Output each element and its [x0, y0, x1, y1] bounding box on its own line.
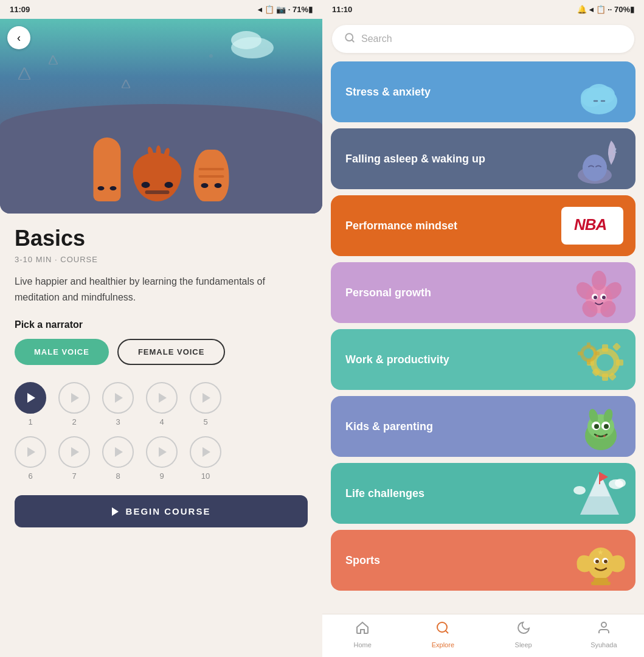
course-title: Basics — [15, 226, 308, 251]
svg-point-40 — [584, 349, 594, 358]
nav-sleep[interactable]: Sleep — [483, 620, 564, 648]
svg-rect-69 — [591, 582, 611, 585]
status-icons-right: 🔔 ◂ 📋 ·· 70%▮ — [577, 5, 634, 14]
time-left: 11:09 — [10, 5, 30, 14]
svg-rect-35 — [612, 342, 621, 351]
play-icon-6 — [27, 447, 35, 457]
svg-point-54 — [603, 435, 606, 437]
svg-point-30 — [597, 354, 614, 371]
female-voice-button[interactable]: FEMALE VOICE — [117, 339, 226, 365]
play-button-8[interactable] — [102, 436, 134, 468]
right-panel: 11:10 🔔 ◂ 📋 ·· 70%▮ Search Stress & anxi… — [322, 0, 644, 657]
play-icon-3 — [115, 393, 123, 403]
back-button[interactable]: ‹ — [7, 26, 30, 49]
svg-rect-42 — [587, 360, 590, 364]
svg-text:★: ★ — [597, 548, 604, 557]
category-personal-label: Personal growth — [345, 287, 431, 299]
nav-explore[interactable]: Explore — [403, 620, 483, 648]
svg-point-20 — [592, 271, 606, 290]
svg-rect-44 — [578, 352, 583, 355]
search-placeholder-text: Search — [361, 33, 392, 44]
play-icon-9 — [159, 447, 167, 457]
nba-logo: NBA — [561, 207, 623, 245]
lesson-num-9: 9 — [159, 471, 164, 481]
profile-icon — [597, 620, 611, 639]
male-voice-button[interactable]: MALE VOICE — [15, 339, 109, 365]
nav-explore-label: Explore — [432, 641, 454, 648]
category-kids[interactable]: Kids & parenting — [331, 396, 635, 457]
status-bar-left: 11:09 ◂ 📋 📷 · 71%▮ — [0, 0, 322, 19]
category-personal[interactable]: Personal growth — [331, 262, 635, 323]
explore-icon — [435, 620, 450, 639]
lesson-num-2: 2 — [72, 417, 76, 426]
creature2 — [133, 153, 182, 201]
bottom-nav: Home Explore Sleep — [322, 614, 644, 657]
play-icon-2 — [71, 393, 79, 403]
svg-point-66 — [604, 560, 608, 563]
shape-tri2 — [49, 55, 58, 67]
play-button-5[interactable] — [190, 382, 221, 414]
svg-point-51 — [594, 424, 599, 429]
play-button-2[interactable] — [58, 382, 90, 414]
category-life-label: Life challenges — [345, 487, 424, 500]
lesson-num-10: 10 — [201, 471, 210, 481]
life-illustration — [569, 466, 629, 524]
begin-course-button[interactable]: BEGIN COURSE — [15, 495, 308, 527]
lesson-num-4: 4 — [159, 417, 164, 426]
shape-dot1 — [209, 49, 213, 60]
time-right: 11:10 — [332, 5, 352, 14]
play-button-10[interactable] — [190, 436, 221, 468]
sports-illustration: ★ — [569, 533, 629, 591]
category-life[interactable]: Life challenges — [331, 463, 635, 524]
category-stress[interactable]: Stress & anxiety — [331, 61, 635, 122]
status-bar-right: 11:10 🔔 ◂ 📋 ·· 70%▮ — [322, 0, 644, 19]
play-icon-1 — [27, 393, 35, 403]
category-performance-label: Performance mindset — [345, 220, 457, 232]
category-performance[interactable]: Performance mindset NBA — [331, 195, 635, 256]
search-bar[interactable]: Search — [332, 25, 634, 53]
svg-text:z: z — [613, 146, 617, 155]
nav-profile[interactable]: Syuhada — [564, 620, 644, 648]
cloud-decoration2 — [231, 31, 261, 49]
lesson-num-8: 8 — [116, 471, 120, 481]
category-sports-label: Sports — [345, 554, 380, 567]
sleep-illustration: z z — [569, 131, 629, 189]
play-button-6[interactable] — [15, 436, 46, 468]
personal-illustration — [569, 265, 629, 323]
category-kids-label: Kids & parenting — [345, 420, 433, 433]
category-work-label: Work & productivity — [345, 353, 449, 366]
play-button-4[interactable] — [146, 382, 178, 414]
svg-point-52 — [604, 424, 609, 429]
lesson-item-7: 7 — [58, 436, 90, 481]
lesson-num-1: 1 — [28, 417, 32, 426]
svg-rect-43 — [595, 352, 600, 355]
play-button-3[interactable] — [102, 382, 134, 414]
category-work[interactable]: Work & productivity — [331, 329, 635, 390]
content-area: Basics 3-10 MIN · COURSE Live happier an… — [0, 214, 322, 657]
svg-text:NBA: NBA — [574, 215, 606, 234]
play-icon-7 — [71, 447, 79, 457]
lesson-item-4: 4 — [146, 382, 178, 426]
svg-point-14 — [583, 155, 607, 181]
svg-point-3 — [209, 54, 213, 58]
begin-play-icon — [112, 507, 119, 516]
svg-marker-1 — [49, 55, 58, 64]
play-button-7[interactable] — [58, 436, 90, 468]
lesson-item-1: 1 — [15, 382, 46, 426]
svg-point-65 — [595, 560, 599, 563]
play-button-9[interactable] — [146, 436, 178, 468]
svg-marker-0 — [18, 68, 30, 80]
search-icon — [344, 32, 355, 46]
category-sleep[interactable]: Falling asleep & waking up z z — [331, 128, 635, 189]
category-sports[interactable]: Sports ★ — [331, 530, 635, 591]
categories-list: Stress & anxiety Falling asleep & waking… — [322, 61, 644, 614]
nav-home[interactable]: Home — [322, 620, 403, 648]
creature1 — [94, 137, 121, 201]
category-sleep-label: Falling asleep & waking up — [345, 153, 485, 165]
lesson-item-10: 10 — [190, 436, 221, 481]
svg-rect-33 — [616, 360, 623, 366]
lesson-num-3: 3 — [116, 417, 120, 426]
play-button-1[interactable] — [15, 382, 46, 414]
lesson-row-2: 6 7 8 9 — [15, 436, 308, 481]
category-stress-label: Stress & anxiety — [345, 86, 431, 99]
